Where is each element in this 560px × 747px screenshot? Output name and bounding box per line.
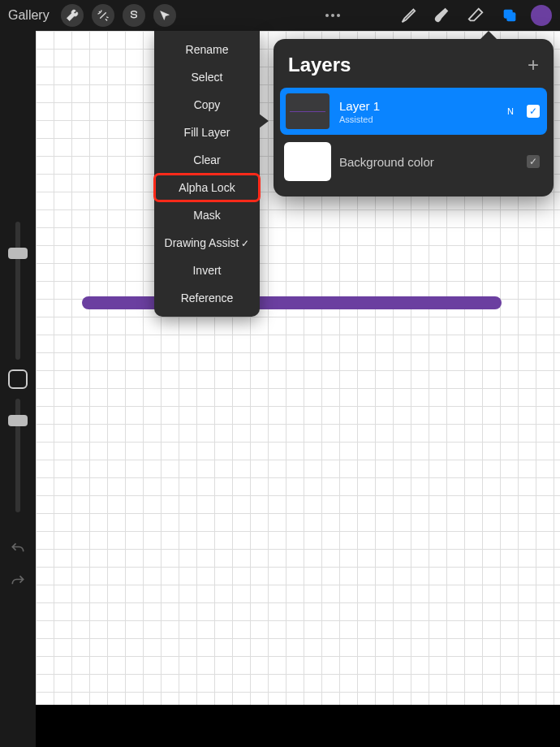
add-layer-icon[interactable]: +: [528, 54, 539, 76]
brush-size-slider[interactable]: [15, 222, 20, 360]
visibility-checkbox[interactable]: ✓: [527, 155, 540, 168]
top-toolbar: Gallery: [0, 0, 560, 31]
menu-alpha-lock[interactable]: Alpha Lock: [154, 174, 260, 201]
layers-icon[interactable]: [497, 2, 523, 28]
brush-stroke: [82, 296, 502, 309]
modify-button[interactable]: [8, 369, 28, 389]
blend-mode-badge[interactable]: N: [507, 106, 514, 116]
menu-pointer: [259, 114, 269, 128]
brush-icon[interactable]: [394, 2, 420, 28]
redo-icon[interactable]: [10, 573, 26, 593]
layer-context-menu: Rename Select Copy Fill Layer Clear Alph…: [154, 31, 260, 317]
eraser-icon[interactable]: [463, 2, 489, 28]
menu-mask[interactable]: Mask: [154, 201, 260, 229]
opacity-slider[interactable]: [15, 399, 20, 512]
menu-invert[interactable]: Invert: [154, 257, 260, 284]
menu-rename[interactable]: Rename: [154, 36, 260, 63]
left-sidebar: [0, 31, 36, 747]
smudge-icon[interactable]: [429, 2, 454, 28]
select-s-icon[interactable]: [123, 4, 145, 27]
menu-copy[interactable]: Copy: [154, 91, 260, 119]
menu-clear[interactable]: Clear: [154, 146, 260, 174]
gallery-button[interactable]: Gallery: [8, 8, 50, 23]
more-dots-icon[interactable]: [320, 2, 346, 28]
layers-panel: Layers + Layer 1 Assisted N ✓ Background…: [274, 39, 554, 196]
svg-rect-1: [506, 12, 515, 21]
layer-name: Layer 1: [339, 99, 499, 113]
layer-row-1[interactable]: Layer 1 Assisted N ✓: [280, 88, 547, 135]
visibility-checkbox[interactable]: ✓: [527, 105, 540, 118]
layer-name: Background color: [339, 155, 519, 169]
wand-icon[interactable]: [92, 4, 114, 27]
arrow-icon[interactable]: [153, 4, 176, 27]
undo-icon[interactable]: [10, 541, 26, 560]
menu-select[interactable]: Select: [154, 63, 260, 91]
menu-label: Drawing Assist: [165, 236, 239, 249]
layer-subtitle: Assisted: [339, 114, 499, 124]
menu-fill-layer[interactable]: Fill Layer: [154, 119, 260, 146]
check-icon: ✓: [241, 238, 249, 249]
wrench-icon[interactable]: [61, 4, 84, 27]
color-swatch[interactable]: [531, 5, 552, 26]
slider-thumb[interactable]: [8, 248, 28, 259]
layers-title: Layers: [288, 54, 351, 76]
menu-reference[interactable]: Reference: [154, 284, 260, 312]
layer-thumbnail: [284, 142, 331, 181]
menu-drawing-assist[interactable]: Drawing Assist✓: [154, 229, 260, 257]
layer-row-background[interactable]: Background color ✓: [280, 138, 547, 185]
layer-thumbnail: [284, 92, 331, 131]
slider-thumb[interactable]: [8, 415, 28, 426]
